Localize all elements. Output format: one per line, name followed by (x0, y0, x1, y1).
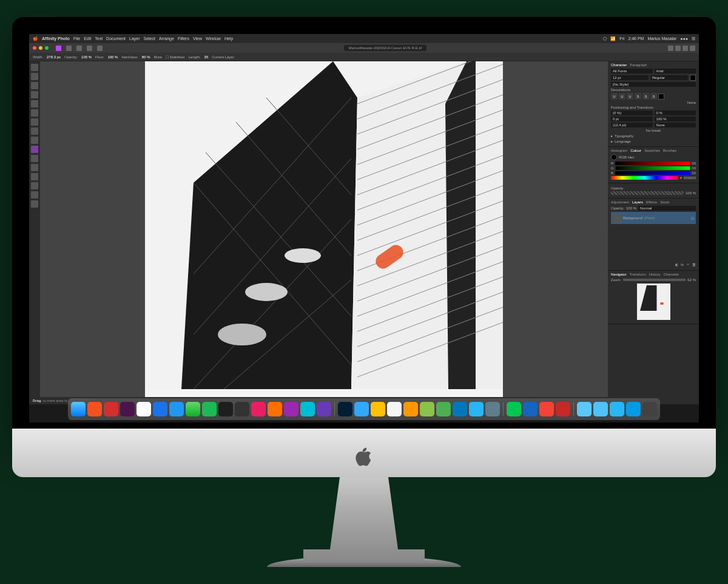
tab-stock[interactable]: Stock (660, 200, 669, 204)
primary-color-swatch[interactable] (611, 154, 617, 160)
pos-3[interactable]: 0 pt (611, 117, 653, 121)
user-name[interactable]: Marius Masalar (647, 36, 676, 41)
blue-value[interactable]: 00 (692, 171, 696, 175)
deco-color-swatch[interactable] (658, 93, 664, 100)
layer-opacity-value[interactable]: 100 % (626, 206, 636, 210)
menu-layer[interactable]: Layer (129, 36, 140, 41)
snap-icon[interactable] (668, 46, 673, 51)
font-weight-dropdown[interactable]: Regular (650, 75, 688, 80)
menu-help[interactable]: Help (224, 36, 233, 41)
fx-icon[interactable]: fx (681, 263, 684, 267)
tab-adjustment[interactable]: Adjustment (611, 200, 629, 204)
tab-navigator[interactable]: Navigator (611, 273, 627, 276)
typography-section[interactable]: Typography (615, 134, 633, 138)
menu-document[interactable]: Document (106, 36, 126, 41)
green-slider[interactable] (616, 166, 690, 170)
font-size-input[interactable]: 12 pt (611, 75, 649, 80)
dock-affinity-designer-icon[interactable] (300, 402, 315, 416)
menu-window[interactable]: Window (206, 36, 221, 41)
pos-1[interactable]: (0 %) (611, 110, 653, 115)
hue-slider[interactable] (611, 176, 678, 180)
strike-1-button[interactable]: S (635, 93, 641, 100)
dock-messages-icon[interactable] (186, 402, 200, 416)
blend-mode-dropdown[interactable]: Normal (638, 206, 696, 211)
dock-sublime-icon[interactable] (403, 402, 418, 416)
develop-persona-icon[interactable] (76, 46, 82, 51)
hand-tool-icon[interactable] (31, 64, 38, 71)
hex-value[interactable]: 000000 (684, 176, 696, 180)
flood-tool-icon[interactable] (31, 118, 38, 126)
tab-colour[interactable]: Colour (630, 149, 641, 152)
deco-none[interactable]: None (687, 101, 696, 104)
apple-menu-icon[interactable]: 🍎 (33, 36, 38, 41)
dock-finder-icon[interactable] (71, 402, 86, 416)
document-canvas[interactable] (145, 61, 503, 397)
underline-2-button[interactable]: U (619, 93, 625, 100)
dock-calendar-icon[interactable] (136, 402, 151, 416)
dock-todoist-icon[interactable] (104, 402, 118, 416)
color-picker-tool-icon[interactable] (31, 82, 38, 89)
layer-row[interactable]: Background (Pixel) ☑ (611, 212, 696, 224)
menu-view[interactable]: View (193, 36, 202, 41)
tab-character[interactable]: Character (611, 63, 627, 67)
strike-3-button[interactable]: S (650, 93, 657, 100)
dock-affinity-publisher-icon[interactable] (317, 402, 331, 416)
text-tool-icon[interactable] (31, 191, 38, 199)
pos-5[interactable]: (12.4 pt) (611, 123, 653, 127)
stabiliser-checkbox[interactable]: Stabiliser (170, 55, 185, 59)
zoom-slider[interactable] (623, 279, 686, 281)
more-button[interactable]: More (153, 55, 162, 59)
close-button[interactable] (33, 46, 36, 50)
tab-brushes[interactable]: Brushes (663, 149, 676, 152)
brush-tool-icon[interactable] (31, 127, 38, 135)
dock-figma-icon[interactable] (218, 402, 233, 416)
app-menu[interactable]: Affinity Photo (42, 36, 70, 41)
strike-2-button[interactable]: S (642, 93, 649, 100)
dock-folder-3-icon[interactable] (610, 402, 624, 416)
clock-day[interactable]: Fri (619, 36, 624, 41)
flow-value[interactable]: 100 % (107, 55, 118, 59)
dock-folder-2-icon[interactable] (593, 402, 608, 416)
hardness-value[interactable]: 80 % (142, 55, 150, 59)
menu-select[interactable]: Select (144, 36, 155, 41)
move-tool-icon[interactable] (31, 73, 38, 80)
add-layer-icon[interactable]: ＋ (686, 262, 690, 267)
opacity-panel-value[interactable]: 100 % (686, 191, 696, 195)
clone-tool-icon[interactable] (31, 164, 38, 171)
dock-ia-writer-icon[interactable] (387, 402, 402, 416)
tab-effects[interactable]: Effects (646, 200, 657, 204)
no-break[interactable]: No break (646, 129, 661, 132)
dock-skype-icon[interactable] (169, 402, 184, 416)
notification-icon[interactable]: ☰ (692, 36, 695, 41)
wifi-icon[interactable]: 📶 (610, 36, 616, 41)
navigator-thumbnail[interactable] (637, 284, 670, 320)
menu-arrange[interactable]: Arrange (159, 36, 174, 41)
dock-mail-icon[interactable] (153, 402, 167, 416)
inpainting-brush-tool-icon[interactable] (31, 146, 38, 153)
underline-3-button[interactable]: U (627, 93, 633, 100)
crop-tool-icon[interactable] (31, 91, 38, 98)
dock-pdf-icon[interactable] (556, 402, 570, 416)
delete-layer-icon[interactable]: 🗑 (692, 263, 696, 267)
selection-brush-tool-icon[interactable] (31, 100, 38, 107)
current-layer-dropdown[interactable]: Current Layer (212, 55, 234, 59)
opacity-value[interactable]: 100 % (81, 55, 92, 59)
red-value[interactable]: 00 (692, 161, 696, 165)
menu-edit[interactable]: Edit (84, 36, 91, 41)
dock-photoshop-icon[interactable] (338, 402, 352, 416)
tab-history[interactable]: History (649, 273, 661, 276)
length-value[interactable]: 35 (204, 55, 209, 59)
pos-4[interactable]: 100 % (655, 117, 696, 121)
dock-app-4-icon[interactable] (507, 402, 521, 416)
opacity-slider[interactable] (611, 191, 684, 195)
dock-app-2-icon[interactable] (371, 402, 385, 416)
dock-folder-4-icon[interactable] (626, 402, 641, 416)
dock-spotify-icon[interactable] (202, 402, 217, 416)
font-collection-dropdown[interactable]: All Fonts (611, 69, 653, 73)
dock-appstore-icon[interactable] (469, 402, 484, 416)
layer-name[interactable]: Background (623, 216, 642, 220)
pos-6[interactable]: None (655, 123, 696, 127)
green-value[interactable]: 00 (692, 166, 696, 170)
mask-icon[interactable]: ◐ (675, 262, 678, 267)
dock-trash-icon[interactable] (642, 402, 657, 416)
